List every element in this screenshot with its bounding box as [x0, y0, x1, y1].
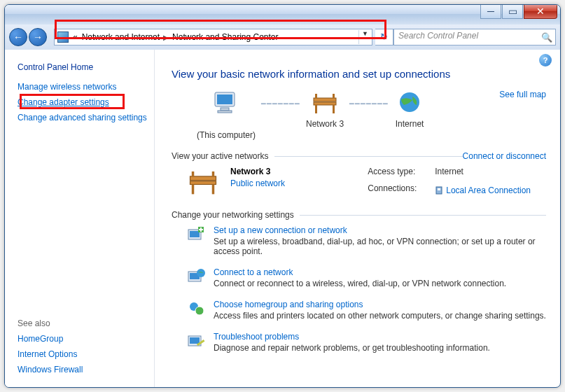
see-also-label: See also [18, 318, 148, 328]
svg-rect-3 [218, 111, 232, 113]
svg-rect-1 [217, 94, 232, 104]
svg-rect-20 [190, 231, 200, 237]
svg-rect-12 [190, 181, 216, 185]
svg-rect-4 [314, 98, 336, 102]
main-content: ? View your basic network information an… [155, 50, 560, 387]
sidebar-seealso-homegroup[interactable]: HomeGroup [18, 334, 148, 344]
connection-link[interactable]: Local Area Connection [435, 183, 531, 198]
minimize-button[interactable]: ─ [480, 5, 501, 19]
svg-rect-15 [192, 172, 194, 176]
breadcrumb-item[interactable]: Network and Internet [82, 32, 160, 42]
forward-button[interactable]: → [29, 28, 47, 46]
svg-rect-7 [333, 105, 335, 113]
svg-rect-13 [192, 184, 194, 194]
network-type-link[interactable]: Public network [230, 178, 285, 188]
sidebar-link-adapter[interactable]: Change adapter settings [18, 97, 148, 107]
network-map: See full map (This computer) ━━━━━━━ Net… [169, 90, 546, 148]
connection-line-icon: ━━━━━━━ [344, 90, 394, 118]
connect-disconnect-link[interactable]: Connect or disconnect [463, 151, 546, 161]
breadcrumb-chevron[interactable]: « [73, 32, 78, 42]
setting-link[interactable]: Choose homegroup and sharing options [214, 300, 546, 309]
svg-rect-6 [315, 105, 317, 113]
svg-rect-2 [221, 108, 229, 111]
svg-rect-16 [212, 172, 214, 176]
network-bench-icon [309, 90, 340, 116]
svg-rect-14 [212, 184, 214, 194]
troubleshoot-icon [187, 332, 207, 351]
breadcrumb-item[interactable]: Network and Sharing Center [172, 32, 278, 42]
access-type-value: Internet [435, 167, 531, 181]
svg-point-26 [197, 269, 205, 277]
sidebar-link-wireless[interactable]: Manage wireless networks [18, 82, 148, 92]
change-settings-heading: Change your networking settings [172, 210, 546, 220]
svg-rect-30 [190, 337, 200, 344]
help-icon[interactable]: ? [539, 54, 552, 66]
setting-link[interactable]: Set up a new connection or network [214, 225, 546, 235]
search-input[interactable]: Search Control Panel 🔍 [393, 29, 556, 46]
sidebar-seealso-firewall[interactable]: Windows Firewall [18, 365, 148, 374]
see-full-map-link[interactable]: See full map [499, 90, 546, 99]
sidebar-seealso-internet-options[interactable]: Internet Options [18, 349, 148, 359]
active-networks-heading: View your active networks Connect or dis… [172, 151, 546, 161]
network-name: Network 3 [230, 167, 285, 176]
address-dropdown-button[interactable]: ▼ [358, 30, 371, 44]
close-button[interactable]: ✕ [524, 5, 557, 19]
svg-rect-11 [190, 176, 216, 181]
maximize-button[interactable]: ▭ [502, 5, 523, 19]
setting-item-homegroup: Choose homegroup and sharing options Acc… [169, 295, 546, 328]
network-center-icon [57, 31, 69, 43]
internet-globe-icon [394, 90, 425, 116]
breadcrumb-arrow-icon: ▶ [163, 34, 169, 41]
svg-rect-5 [314, 102, 336, 105]
svg-rect-18 [438, 188, 440, 190]
computer-icon [211, 90, 242, 116]
svg-rect-23 [199, 229, 203, 230]
titlebar: ─ ▭ ✕ [5, 5, 560, 24]
active-network-row: Network 3 Public network Access type: In… [169, 162, 546, 207]
address-bar[interactable]: « Network and Internet ▶ Network and Sha… [54, 29, 372, 46]
network-bench-icon [184, 167, 226, 197]
svg-rect-9 [333, 94, 335, 98]
control-panel-home-link[interactable]: Control Panel Home [18, 62, 148, 72]
internet-label: Internet [394, 119, 425, 129]
setting-item-troubleshoot: Troubleshoot problems Diagnose and repai… [169, 328, 546, 360]
svg-point-28 [195, 307, 204, 315]
nic-icon [435, 186, 443, 195]
setting-desc: Set up a wireless, broadband, dial-up, a… [214, 237, 546, 256]
sidebar: Control Panel Home Manage wireless netwo… [5, 50, 155, 387]
connection-line-icon: ━━━━━━━ [256, 90, 306, 118]
setting-item-setup: Set up a new connection or network Set u… [169, 221, 546, 263]
back-button[interactable]: ← [9, 28, 27, 46]
network-label: Network 3 [306, 119, 344, 129]
navigation-bar: ← → « Network and Internet ▶ Network and… [5, 24, 560, 50]
search-icon[interactable]: 🔍 [541, 32, 552, 43]
setting-desc: Access files and printers located on oth… [214, 311, 546, 321]
setting-link[interactable]: Troubleshoot problems [214, 332, 490, 342]
setting-desc: Diagnose and repair network problems, or… [214, 343, 490, 353]
access-type-label: Access type: [368, 167, 431, 181]
setup-connection-icon [187, 225, 207, 245]
setting-item-connect: Connect to a network Connect or reconnec… [169, 263, 546, 295]
sidebar-link-advanced-sharing[interactable]: Change advanced sharing settings [18, 113, 148, 122]
search-placeholder: Search Control Panel [398, 31, 478, 41]
connections-label: Connections: [368, 183, 431, 198]
setting-desc: Connect or reconnect to a wireless, wire… [214, 279, 506, 288]
setting-link[interactable]: Connect to a network [214, 267, 506, 277]
computer-label: (This computer) [197, 130, 256, 140]
connect-network-icon [187, 267, 207, 287]
refresh-button[interactable]: ↻ [375, 29, 393, 46]
homegroup-icon [187, 300, 207, 319]
page-title: View your basic network information and … [172, 68, 546, 80]
svg-rect-8 [315, 94, 317, 98]
